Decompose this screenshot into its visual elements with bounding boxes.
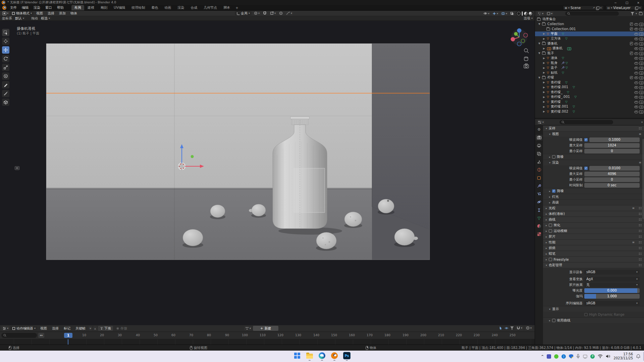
panel-film[interactable]: ▸胶片 [543,234,644,239]
new-action-button[interactable]: + 新建 [253,326,278,331]
tab-geometry-nodes[interactable]: 几何节点 [201,5,220,10]
start-button[interactable] [293,351,302,360]
tab-texture-paint[interactable]: 纹理绘制 [128,5,148,10]
outliner-row-green-lemon[interactable]: ▶ ▽ 青柠檬 ▽ [535,80,644,85]
tab-view-layer[interactable] [536,151,542,157]
hide-eye-icon[interactable] [634,105,638,109]
noise-threshold-checkbox[interactable]: ✓ [584,138,588,141]
tab-modifiers[interactable] [536,183,542,189]
outliner-row-yellow-lemon[interactable]: ▶ ▽ 黄柠檬 ▽ [535,100,644,105]
vp-noise-threshold-field[interactable]: 0.1000 [589,137,640,142]
hide-eye-icon[interactable] [634,90,638,94]
disable-render-icon[interactable] [639,110,643,113]
disable-render-icon[interactable] [639,51,643,55]
tab-scene[interactable] [536,159,542,165]
expand-caret-icon[interactable]: ▶ [542,110,546,113]
tab-object-data[interactable]: ▽ [536,215,542,221]
outliner-row-collection[interactable]: ▼ Collection ✓ [535,22,644,27]
tab-object[interactable] [536,175,542,181]
vp-max-samples-field[interactable]: 1024 [584,143,640,148]
use-curves-checkbox[interactable] [552,319,555,322]
hide-eye-icon[interactable] [634,100,638,104]
look-dropdown[interactable]: 无▾ [584,283,640,287]
outliner-row-liquid[interactable]: ▶ ▽ 液体 ▽ [535,56,644,61]
scene-selector[interactable]: ▦▾ Scene 📌︎ × [563,5,603,10]
remove-viewlayer-icon[interactable]: × [639,6,641,9]
cursor-tool[interactable] [2,38,9,45]
panel-r-denoise[interactable]: ▸✓降噪 [543,188,644,194]
gamma-slider[interactable]: 1.000 [584,294,640,299]
exposure-slider[interactable]: 0.000 [584,288,640,293]
xray-toggle-button[interactable] [509,11,515,16]
new-viewlayer-icon[interactable] [635,6,638,9]
panel-freestyle[interactable]: ▸Freestyle [543,256,644,262]
menu-object[interactable]: 物体 [68,11,79,16]
panel-performance[interactable]: ▸性能≡ [543,239,644,245]
photoshop-button[interactable]: Ps [342,351,351,360]
proportional-edit-button[interactable] [278,11,284,15]
panel-display[interactable]: ▾显示 [543,306,644,312]
outliner-search-input[interactable] [565,11,619,16]
menu-view[interactable]: 视图 [34,11,45,16]
properties-editor-type-button[interactable]: ▾ [537,120,545,124]
timeline-menu-select[interactable]: 选择 [50,326,61,331]
disable-render-icon[interactable] [639,66,643,70]
panel-sampling[interactable]: ▾采样 [543,125,644,131]
new-scene-icon[interactable] [596,6,599,9]
tab-rendering[interactable]: 渲染 [174,5,187,10]
tray-expand-chevron[interactable]: ^ [541,355,544,358]
menu-help[interactable]: 帮助 [55,5,66,10]
disable-render-icon[interactable] [639,27,643,31]
animation-mode-dropdown[interactable]: 动作编辑器▾ [10,326,37,330]
shading-solid-button[interactable] [522,11,523,16]
outliner-editor-type-button[interactable]: ▾ [537,11,544,16]
panel-grease-pencil[interactable]: ▸蜡笔 [543,251,644,256]
timeline-editor-type-button[interactable]: ▾ [1,326,9,330]
outliner-row-scene-collection[interactable]: 场景集合 [535,17,644,22]
disable-render-icon[interactable] [639,105,643,109]
notification-bell-icon[interactable] [636,354,641,359]
hide-eye-icon[interactable] [634,32,638,36]
hide-eye-icon[interactable] [634,66,638,70]
playhead[interactable] [68,339,68,345]
current-frame-indicator[interactable]: 1 [64,333,72,338]
outliner-row-yellow-lemon-002[interactable]: ▶ ▽ 黄柠檬.002 ▽ [535,109,644,114]
show-hidden-icon[interactable] [504,326,508,330]
r-max-samples-field[interactable]: 4096 [584,172,640,176]
disable-render-icon[interactable] [639,22,643,26]
tab-particles[interactable] [536,191,542,197]
rotate-tool[interactable] [2,55,9,62]
outliner-row-green-lemon-001[interactable]: ▶ ▽ 青柠檬.001 ▽ [535,85,644,90]
timeline-snap-button[interactable]: ▾ [516,326,523,330]
menu-render[interactable]: 渲染 [31,5,43,10]
disable-render-icon[interactable] [639,32,643,36]
edge-button[interactable] [318,351,326,360]
add-workspace-button[interactable]: + [233,6,240,10]
collection-checkbox[interactable]: ✓ [630,76,633,79]
panel-advanced[interactable]: ▸高级 [543,199,644,205]
outliner-row-camera-collection[interactable]: ▼ 摄像机 ✓ [535,41,644,46]
timeline-ruler[interactable]: ↔ 1 10 20 30 40 50 60 70 80 90 100 110 1… [0,332,535,339]
hide-eye-icon[interactable] [634,85,638,89]
shading-wireframe-button[interactable] [517,12,521,15]
menu-edit[interactable]: 编辑 [19,5,31,10]
taskbar-clock[interactable]: 17:56 2023/11/25 [613,352,633,361]
tab-shading[interactable]: 着色 [148,5,161,10]
hide-eye-icon[interactable] [634,56,638,60]
disable-render-icon[interactable] [639,80,643,84]
action-icon-dropdown[interactable]: ▾ [244,326,252,330]
disable-render-icon[interactable] [639,56,643,60]
tab-physics[interactable] [536,199,542,205]
panel-use-curves[interactable]: ▸使用曲线 [543,317,644,323]
viewlayer-selector[interactable]: ▤▾ ViewLayer × [606,5,643,10]
menu-select[interactable]: 选择 [46,11,56,16]
tab-uv-editing[interactable]: UV编辑 [111,5,128,10]
hide-eye-icon[interactable] [634,71,638,74]
properties-scrollbar[interactable] [642,139,644,219]
disable-render-icon[interactable] [639,100,643,104]
outliner-row-cube[interactable]: ▶ ▽ 立方体 ▽ [535,36,644,41]
vpn-icon[interactable]: P [590,354,595,359]
disable-render-icon[interactable] [639,37,643,41]
snap-toggle-button[interactable] [262,11,268,15]
panel-light-paths[interactable]: ▸光程≡ [543,205,644,211]
